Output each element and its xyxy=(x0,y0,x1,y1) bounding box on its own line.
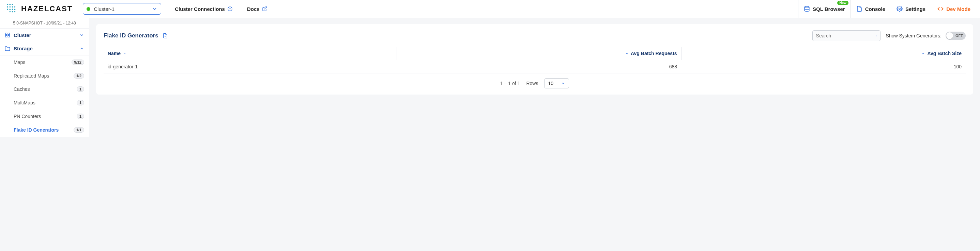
svg-point-11 xyxy=(9,11,11,13)
svg-point-9 xyxy=(12,9,13,10)
sidebar-item-label: Caches xyxy=(14,86,77,92)
cluster-connections-label: Cluster Connections xyxy=(175,6,225,12)
svg-point-19 xyxy=(899,8,900,10)
sidebar-section-cluster[interactable]: Cluster xyxy=(0,28,89,42)
sidebar-section-storage[interactable]: Storage xyxy=(0,42,89,55)
sidebar-item-maps[interactable]: Maps 9/12 xyxy=(0,55,89,69)
col-batch-requests-label: Avg Batch Requests xyxy=(631,51,677,56)
sidebar-item-label: MultiMaps xyxy=(14,100,77,106)
svg-line-27 xyxy=(877,36,877,36)
cell-batch-requests: 688 xyxy=(397,60,681,73)
sql-browser-button[interactable]: New SQL Browser xyxy=(798,0,851,18)
version-text: 5.0-SNAPSHOT - 10/09/21 - 12:48 xyxy=(0,18,89,28)
svg-point-10 xyxy=(14,9,16,10)
svg-point-18 xyxy=(805,6,809,8)
col-batch-size-label: Avg Batch Size xyxy=(927,51,962,56)
sidebar-item-pn-counters[interactable]: PN Counters 1 xyxy=(0,109,89,123)
cluster-connections-link[interactable]: Cluster Connections xyxy=(170,6,237,12)
svg-point-6 xyxy=(14,6,16,8)
sidebar-item-label: PN Counters xyxy=(14,114,77,119)
sidebar-item-label: Maps xyxy=(14,60,72,65)
search-input[interactable] xyxy=(816,33,876,38)
logo-text: HAZELCAST xyxy=(21,5,73,13)
console-button[interactable]: Console xyxy=(851,0,891,18)
new-badge: New xyxy=(837,1,848,5)
sort-asc-icon xyxy=(921,52,925,55)
sort-asc-icon xyxy=(123,52,126,55)
sidebar-section-label: Cluster xyxy=(14,32,80,38)
chevron-down-icon xyxy=(80,33,84,38)
svg-point-7 xyxy=(7,9,8,10)
main-content: Flake ID Generators Show System Generato… xyxy=(89,18,980,137)
sidebar-item-badge: 1 xyxy=(77,100,84,106)
panel-header: Flake ID Generators Show System Generato… xyxy=(103,30,966,41)
dev-mode-button[interactable]: Dev Mode xyxy=(931,0,977,18)
svg-point-1 xyxy=(9,4,11,5)
sort-asc-icon xyxy=(625,52,629,55)
cell-name: id-generator-1 xyxy=(103,60,397,73)
page-title: Flake ID Generators xyxy=(103,32,158,39)
svg-point-3 xyxy=(7,6,8,8)
search-box[interactable] xyxy=(812,30,880,41)
col-batch-requests[interactable]: Avg Batch Requests xyxy=(397,47,681,60)
sidebar-item-multimaps[interactable]: MultiMaps 1 xyxy=(0,96,89,109)
plus-circle-icon xyxy=(227,6,233,11)
grid-icon xyxy=(5,32,10,38)
cell-batch-size: 100 xyxy=(681,60,966,73)
document-icon[interactable] xyxy=(162,33,168,38)
col-batch-size[interactable]: Avg Batch Size xyxy=(681,47,966,60)
code-icon xyxy=(937,6,943,12)
svg-point-13 xyxy=(14,11,16,13)
file-icon xyxy=(856,6,862,12)
sql-browser-label: SQL Browser xyxy=(813,6,845,12)
svg-point-26 xyxy=(876,35,877,36)
svg-point-0 xyxy=(7,4,8,5)
chevron-down-icon xyxy=(561,81,565,85)
sidebar-item-badge: 1 xyxy=(77,86,84,92)
col-name-label: Name xyxy=(108,51,121,56)
database-icon xyxy=(804,6,810,12)
flake-id-panel: Flake ID Generators Show System Generato… xyxy=(96,24,973,95)
system-generators-label: Show System Generators: xyxy=(886,33,942,38)
sidebar-item-label: Flake ID Generators xyxy=(14,127,73,133)
hazelcast-logo-icon xyxy=(6,3,18,15)
external-link-icon xyxy=(262,6,267,11)
docs-link[interactable]: Docs xyxy=(242,6,272,12)
docs-label: Docs xyxy=(247,6,260,12)
sidebar-item-badge: 9/12 xyxy=(72,60,84,65)
svg-point-4 xyxy=(9,6,11,8)
sidebar-item-badge: 1/2 xyxy=(73,73,84,79)
console-label: Console xyxy=(865,6,885,12)
svg-rect-22 xyxy=(8,36,10,38)
sidebar: 5.0-SNAPSHOT - 10/09/21 - 12:48 Cluster … xyxy=(0,18,89,137)
settings-label: Settings xyxy=(905,6,926,12)
sidebar-item-caches[interactable]: Caches 1 xyxy=(0,83,89,96)
rows-per-page-select[interactable]: 10 xyxy=(544,78,569,88)
table-row[interactable]: id-generator-1 688 100 xyxy=(103,60,966,73)
top-header: HAZELCAST Cluster-1 Cluster Connections … xyxy=(0,0,980,18)
svg-point-5 xyxy=(12,6,13,8)
rows-label: Rows xyxy=(526,81,538,86)
svg-point-12 xyxy=(12,11,13,13)
cluster-name: Cluster-1 xyxy=(94,6,152,12)
search-icon xyxy=(876,33,877,38)
svg-line-17 xyxy=(264,7,266,9)
sidebar-item-replicated-maps[interactable]: Replicated Maps 1/2 xyxy=(0,69,89,83)
svg-rect-20 xyxy=(5,33,7,35)
settings-button[interactable]: Settings xyxy=(891,0,931,18)
rows-per-page-value: 10 xyxy=(548,81,554,86)
status-dot-icon xyxy=(87,7,90,11)
sidebar-item-flake-id-generators[interactable]: Flake ID Generators 1/1 xyxy=(0,123,89,137)
gear-icon xyxy=(897,6,903,12)
folder-icon xyxy=(5,46,10,51)
cluster-select[interactable]: Cluster-1 xyxy=(83,3,161,15)
pagination: 1 – 1 of 1 Rows 10 xyxy=(103,73,966,89)
chevron-up-icon xyxy=(80,46,84,51)
col-name[interactable]: Name xyxy=(103,47,397,60)
logo: HAZELCAST xyxy=(6,3,73,15)
svg-point-2 xyxy=(12,4,13,5)
svg-rect-23 xyxy=(5,36,7,38)
sidebar-section-label: Storage xyxy=(14,46,80,51)
system-generators-toggle[interactable]: OFF xyxy=(946,32,966,40)
sidebar-item-badge: 1 xyxy=(77,114,84,119)
